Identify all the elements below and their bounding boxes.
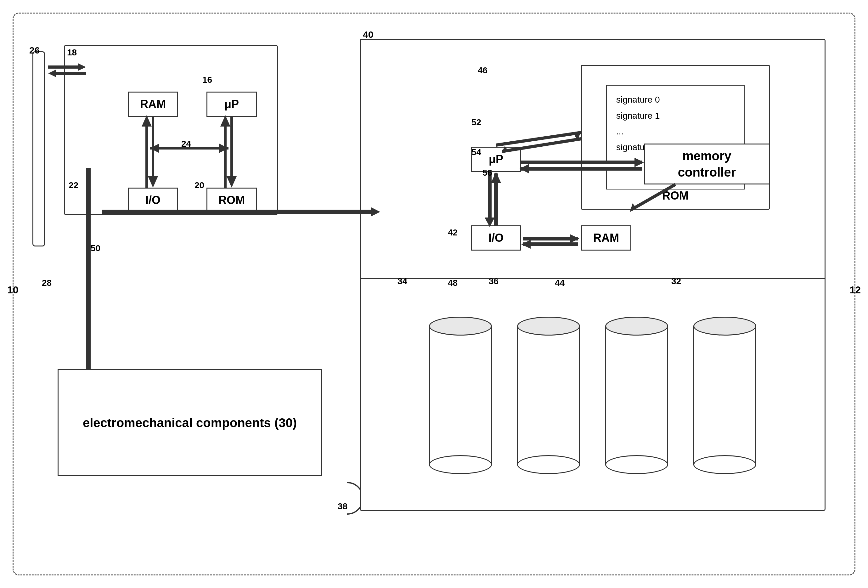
svg-marker-9 bbox=[219, 143, 229, 153]
main-diagram: 10 12 26 RAM μP I/O ROM 24 bbox=[13, 13, 855, 575]
electro-box: electromechanical components (30) bbox=[58, 369, 322, 476]
label-10: 10 bbox=[7, 284, 19, 296]
svg-marker-14 bbox=[48, 69, 56, 77]
svg-marker-21 bbox=[575, 131, 581, 140]
label-42: 42 bbox=[448, 228, 458, 238]
label-40: 40 bbox=[363, 29, 373, 40]
label-24: 24 bbox=[181, 139, 191, 149]
io-left-box: I/O bbox=[128, 188, 178, 213]
label-26: 26 bbox=[29, 45, 40, 56]
label-28: 28 bbox=[42, 278, 52, 288]
label-48: 48 bbox=[448, 278, 458, 288]
cylinders-section bbox=[361, 279, 825, 512]
label-20: 20 bbox=[195, 180, 204, 191]
rom-right-label: ROM bbox=[662, 189, 689, 202]
label-46: 46 bbox=[478, 65, 487, 75]
cylinder-3 bbox=[605, 317, 668, 474]
ram-right-box: RAM bbox=[581, 225, 631, 251]
label-38: 38 bbox=[338, 501, 347, 511]
label-18: 18 bbox=[67, 47, 77, 58]
svg-marker-5 bbox=[227, 176, 237, 188]
label-54: 54 bbox=[471, 147, 481, 157]
upper-section: signature 0 signature 1 ... signature 12… bbox=[361, 40, 825, 279]
memory-controller-box: memory controller bbox=[644, 143, 770, 185]
box-40: signature 0 signature 1 ... signature 12… bbox=[360, 39, 825, 511]
signature-ellipsis: ... bbox=[616, 124, 735, 139]
signature-0: signature 0 bbox=[616, 92, 735, 108]
label-32: 32 bbox=[671, 276, 681, 287]
label-52: 52 bbox=[471, 117, 481, 127]
label-56: 56 bbox=[483, 168, 492, 178]
cylinder-36 bbox=[517, 317, 580, 474]
cylinder-32 bbox=[693, 317, 756, 474]
label-12: 12 bbox=[849, 284, 861, 296]
box-14: RAM μP I/O ROM 24 bbox=[64, 45, 278, 215]
svg-line-19 bbox=[496, 133, 581, 145]
label-36: 36 bbox=[489, 276, 499, 287]
svg-marker-26 bbox=[491, 172, 501, 183]
label-50: 50 bbox=[91, 243, 100, 253]
ram-left-box: RAM bbox=[128, 92, 178, 117]
io-right-box: I/O bbox=[471, 225, 521, 251]
label-44: 44 bbox=[555, 278, 565, 288]
device-bar-26 bbox=[32, 51, 45, 247]
label-16: 16 bbox=[202, 75, 212, 85]
svg-marker-3 bbox=[142, 115, 152, 127]
svg-marker-10 bbox=[150, 143, 159, 153]
label-22: 22 bbox=[69, 180, 78, 191]
svg-marker-7 bbox=[220, 115, 230, 127]
up-left-box: μP bbox=[207, 92, 257, 117]
rom-right-box: signature 0 signature 1 ... signature 12… bbox=[581, 65, 770, 210]
rom-left-box: ROM bbox=[207, 188, 257, 213]
cylinder-34 bbox=[429, 317, 492, 474]
svg-marker-34 bbox=[521, 240, 531, 249]
label-34: 34 bbox=[397, 276, 407, 287]
signature-1: signature 1 bbox=[616, 108, 735, 124]
svg-marker-32 bbox=[570, 234, 579, 243]
svg-marker-1 bbox=[148, 176, 158, 188]
